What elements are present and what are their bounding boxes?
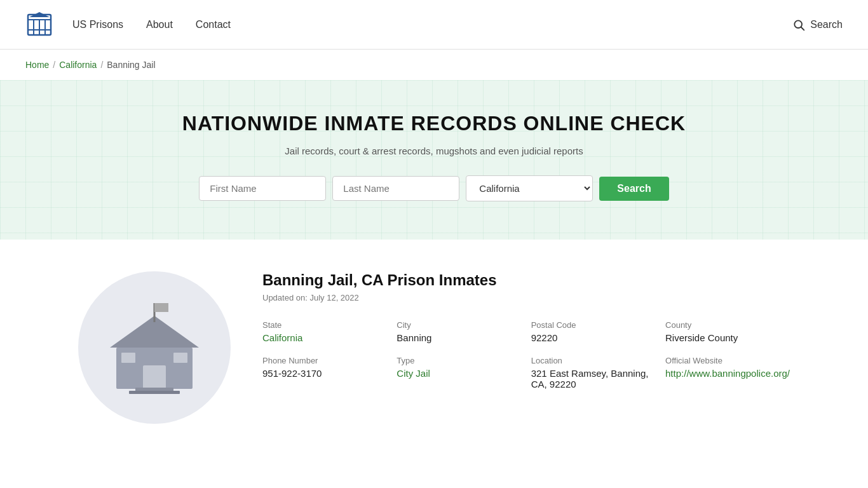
breadcrumb-sep-1: / bbox=[53, 60, 55, 70]
postal-code-value: 92220 bbox=[531, 332, 655, 343]
hero-subtitle: Jail records, court & arrest records, mu… bbox=[13, 146, 855, 156]
nav-contact[interactable]: Contact bbox=[196, 19, 231, 30]
last-name-input[interactable] bbox=[332, 176, 459, 201]
main-content: Banning Jail, CA Prison Inmates Updated … bbox=[53, 271, 815, 424]
phone-cell: Phone Number 951-922-3170 bbox=[262, 356, 386, 390]
hero-section: NATIONWIDE INMATE RECORDS ONLINE CHECK J… bbox=[0, 80, 868, 240]
city-cell: City Banning bbox=[397, 320, 520, 343]
postal-code-label: Postal Code bbox=[531, 320, 655, 330]
main-nav: US Prisons About Contact bbox=[72, 19, 231, 30]
site-logo[interactable] bbox=[25, 11, 53, 39]
type-value[interactable]: City Jail bbox=[397, 368, 430, 379]
postal-code-cell: Postal Code 92220 bbox=[531, 320, 655, 343]
county-label: County bbox=[665, 320, 790, 330]
state-label: State bbox=[262, 320, 386, 330]
location-cell: Location 321 East Ramsey, Banning, CA, 9… bbox=[531, 356, 655, 390]
svg-rect-14 bbox=[121, 353, 135, 363]
website-cell: Official Website http://www.banningpolic… bbox=[665, 356, 790, 390]
header-search-button[interactable]: Search bbox=[792, 18, 843, 31]
prison-building-icon bbox=[104, 297, 205, 398]
state-value[interactable]: California bbox=[262, 332, 302, 343]
county-value: Riverside County bbox=[665, 332, 790, 343]
breadcrumb: Home / California / Banning Jail bbox=[0, 50, 868, 80]
location-value: 321 East Ramsey, Banning, CA, 92220 bbox=[531, 368, 655, 390]
search-button[interactable]: Search bbox=[599, 177, 668, 201]
prison-updated: Updated on: July 12, 2022 bbox=[262, 293, 790, 302]
type-label: Type bbox=[397, 356, 520, 365]
state-select[interactable]: California Alabama Alaska Arizona Arkans… bbox=[466, 175, 593, 201]
phone-label: Phone Number bbox=[262, 356, 386, 365]
breadcrumb-state[interactable]: California bbox=[59, 60, 97, 70]
prison-avatar bbox=[78, 271, 231, 424]
phone-value: 951-922-3170 bbox=[262, 368, 386, 379]
prison-info: Banning Jail, CA Prison Inmates Updated … bbox=[262, 271, 790, 390]
nav-us-prisons[interactable]: US Prisons bbox=[72, 19, 123, 30]
search-icon bbox=[792, 18, 805, 31]
location-label: Location bbox=[531, 356, 655, 365]
prison-details-grid: State California City Banning Postal Cod… bbox=[262, 320, 790, 390]
nav-about[interactable]: About bbox=[146, 19, 173, 30]
svg-rect-12 bbox=[154, 303, 168, 312]
breadcrumb-current: Banning Jail bbox=[107, 60, 155, 70]
svg-rect-17 bbox=[129, 391, 180, 394]
site-header: US Prisons About Contact Search bbox=[0, 0, 868, 50]
website-label: Official Website bbox=[665, 356, 790, 365]
city-label: City bbox=[397, 320, 520, 330]
header-search-label: Search bbox=[810, 19, 843, 30]
svg-rect-15 bbox=[173, 353, 187, 363]
breadcrumb-home[interactable]: Home bbox=[25, 60, 49, 70]
county-cell: County Riverside County bbox=[665, 320, 790, 343]
breadcrumb-sep-2: / bbox=[100, 60, 103, 70]
hero-title: NATIONWIDE INMATE RECORDS ONLINE CHECK bbox=[13, 112, 855, 135]
website-value[interactable]: http://www.banningpolice.org/ bbox=[665, 368, 790, 379]
state-cell: State California bbox=[262, 320, 386, 343]
city-value: Banning bbox=[397, 332, 520, 343]
hero-search-form: California Alabama Alaska Arizona Arkans… bbox=[13, 175, 855, 201]
prison-name: Banning Jail, CA Prison Inmates bbox=[262, 271, 790, 289]
svg-rect-13 bbox=[143, 365, 166, 389]
type-cell: Type City Jail bbox=[397, 356, 520, 390]
svg-line-8 bbox=[801, 27, 804, 30]
first-name-input[interactable] bbox=[199, 176, 326, 201]
